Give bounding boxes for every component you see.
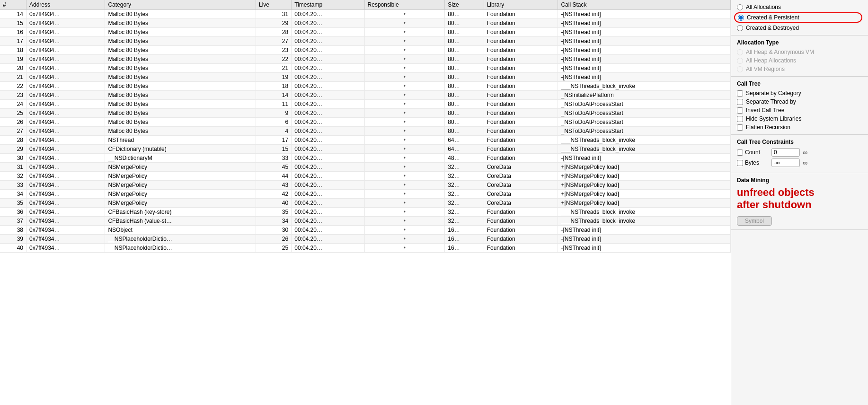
cell-timestamp: 00:04.20… xyxy=(292,118,364,127)
cell-responsible: • xyxy=(364,136,445,145)
cell-num: 33 xyxy=(0,181,27,190)
cell-timestamp: 00:04.20… xyxy=(292,127,364,136)
cell-live: 19 xyxy=(256,73,292,82)
col-category[interactable]: Category xyxy=(105,0,256,10)
cell-live: 31 xyxy=(256,10,292,19)
ct-invert[interactable]: Invert Call Tree xyxy=(737,107,862,114)
col-size[interactable]: Size xyxy=(445,0,484,10)
col-num[interactable]: # xyxy=(0,0,27,10)
table-row[interactable]: 17 0x7ff4934… Malloc 80 Bytes 27 00:04.2… xyxy=(0,37,731,46)
table-row[interactable]: 32 0x7ff4934… NSMergePolicy 44 00:04.20…… xyxy=(0,172,731,181)
ct-hide-system[interactable]: Hide System Libraries xyxy=(737,115,862,122)
cell-timestamp: 00:04.20… xyxy=(292,10,364,19)
bytes-min-input[interactable] xyxy=(771,158,800,167)
cell-num: 34 xyxy=(0,190,27,199)
filter-all-allocations[interactable]: All Allocations xyxy=(737,4,862,10)
cell-responsible: • xyxy=(364,28,445,37)
cell-size: 16… xyxy=(445,226,484,235)
table-row[interactable]: 34 0x7ff4934… NSMergePolicy 42 00:04.20…… xyxy=(0,190,731,199)
cell-responsible: • xyxy=(364,181,445,190)
cell-library: Foundation xyxy=(484,244,558,253)
table-row[interactable]: 27 0x7ff4934… Malloc 80 Bytes 4 00:04.20… xyxy=(0,127,731,136)
cell-address: 0x7ff4934… xyxy=(27,235,105,244)
cell-num: 37 xyxy=(0,217,27,226)
col-timestamp[interactable]: Timestamp xyxy=(292,0,364,10)
filter-created-persistent[interactable]: Created & Persistent xyxy=(734,12,862,23)
cell-library: Foundation xyxy=(484,64,558,73)
cell-library: Foundation xyxy=(484,46,558,55)
cell-live: 11 xyxy=(256,100,292,109)
cell-size: 80… xyxy=(445,10,484,19)
table-row[interactable]: 25 0x7ff4934… Malloc 80 Bytes 9 00:04.20… xyxy=(0,109,731,118)
cell-responsible: • xyxy=(364,10,445,19)
table-row[interactable]: 26 0x7ff4934… Malloc 80 Bytes 6 00:04.20… xyxy=(0,118,731,127)
cell-library: Foundation xyxy=(484,73,558,82)
table-row[interactable]: 37 0x7ff4934… CFBasicHash (value-st… 34 … xyxy=(0,217,731,226)
cell-category: Malloc 80 Bytes xyxy=(105,55,256,64)
cell-live: 43 xyxy=(256,181,292,190)
col-live[interactable]: Live xyxy=(256,0,292,10)
table-row[interactable]: 14 0x7ff4934… Malloc 80 Bytes 31 00:04.2… xyxy=(0,10,731,19)
table-row[interactable]: 29 0x7ff4934… CFDictionary (mutable) 15 … xyxy=(0,145,731,154)
count-min-input[interactable] xyxy=(771,148,800,157)
col-responsible[interactable]: Responsible xyxy=(364,0,445,10)
cell-address: 0x7ff4934… xyxy=(27,226,105,235)
ct-separate-thread[interactable]: Separate Thread by xyxy=(737,98,862,105)
table-row[interactable]: 21 0x7ff4934… Malloc 80 Bytes 19 00:04.2… xyxy=(0,73,731,82)
bytes-checkbox[interactable] xyxy=(737,160,743,166)
col-library[interactable]: Library xyxy=(484,0,558,10)
cell-library: Foundation xyxy=(484,82,558,91)
table-row[interactable]: 38 0x7ff4934… NSObject 30 00:04.20… • 16… xyxy=(0,226,731,235)
table-row[interactable]: 19 0x7ff4934… Malloc 80 Bytes 22 00:04.2… xyxy=(0,55,731,64)
table-row[interactable]: 36 0x7ff4934… CFBasicHash (key-store) 35… xyxy=(0,208,731,217)
cell-num: 39 xyxy=(0,235,27,244)
table-row[interactable]: 23 0x7ff4934… Malloc 80 Bytes 14 00:04.2… xyxy=(0,91,731,100)
col-address[interactable]: Address xyxy=(27,0,105,10)
table-row[interactable]: 33 0x7ff4934… NSMergePolicy 43 00:04.20…… xyxy=(0,181,731,190)
cell-callstack: -[NSThread init] xyxy=(558,73,731,82)
table-row[interactable]: 40 0x7ff4934… __NSPlaceholderDictio… 25 … xyxy=(0,244,731,253)
table-row[interactable]: 20 0x7ff4934… Malloc 80 Bytes 21 00:04.2… xyxy=(0,64,731,73)
cell-responsible: • xyxy=(364,145,445,154)
alloc-all-heap-anon[interactable]: All Heap & Anonymous VM xyxy=(737,49,862,55)
cell-size: 80… xyxy=(445,91,484,100)
ct-flatten[interactable]: Flatten Recursion xyxy=(737,124,862,131)
table-row[interactable]: 28 0x7ff4934… NSThread 17 00:04.20… • 64… xyxy=(0,136,731,145)
cell-responsible: • xyxy=(364,163,445,172)
table-row[interactable]: 35 0x7ff4934… NSMergePolicy 40 00:04.20…… xyxy=(0,199,731,208)
cell-live: 23 xyxy=(256,46,292,55)
table-row[interactable]: 18 0x7ff4934… Malloc 80 Bytes 23 00:04.2… xyxy=(0,46,731,55)
cell-library: Foundation xyxy=(484,55,558,64)
ct-separate-thread-label: Separate Thread by xyxy=(746,98,796,105)
count-checkbox[interactable] xyxy=(737,150,743,156)
cell-size: 32… xyxy=(445,172,484,181)
data-mining-annotation: unfreed objectsafter shutdown xyxy=(737,186,862,211)
cell-address: 0x7ff4934… xyxy=(27,91,105,100)
cell-callstack: -[NSThread init] xyxy=(558,28,731,37)
cell-size: 16… xyxy=(445,244,484,253)
symbol-button[interactable]: Symbol xyxy=(737,216,772,226)
alloc-all-heap[interactable]: All Heap Allocations xyxy=(737,57,862,64)
cell-address: 0x7ff4934… xyxy=(27,19,105,28)
table-row[interactable]: 24 0x7ff4934… Malloc 80 Bytes 11 00:04.2… xyxy=(0,100,731,109)
table-row[interactable]: 15 0x7ff4934… Malloc 80 Bytes 29 00:04.2… xyxy=(0,19,731,28)
count-label: Count xyxy=(745,149,770,156)
cell-num: 28 xyxy=(0,136,27,145)
cell-callstack: -[NSThread init] xyxy=(558,19,731,28)
table-row[interactable]: 30 0x7ff4934… __NSDictionaryM 33 00:04.2… xyxy=(0,154,731,163)
table-row[interactable]: 31 0x7ff4934… NSMergePolicy 45 00:04.20…… xyxy=(0,163,731,172)
ct-separate-category[interactable]: Separate by Category xyxy=(737,90,862,97)
cell-address: 0x7ff4934… xyxy=(27,181,105,190)
cell-size: 32… xyxy=(445,199,484,208)
allocation-table-container[interactable]: # Address Category Live Timestamp Respon… xyxy=(0,0,731,405)
table-row[interactable]: 39 0x7ff4934… __NSPlaceholderDictio… 26 … xyxy=(0,235,731,244)
filter-created-destroyed[interactable]: Created & Destroyed xyxy=(737,25,862,31)
cell-category: Malloc 80 Bytes xyxy=(105,64,256,73)
table-row[interactable]: 22 0x7ff4934… Malloc 80 Bytes 18 00:04.2… xyxy=(0,82,731,91)
cell-num: 36 xyxy=(0,208,27,217)
table-row[interactable]: 16 0x7ff4934… Malloc 80 Bytes 28 00:04.2… xyxy=(0,28,731,37)
alloc-all-vm[interactable]: All VM Regions xyxy=(737,66,862,72)
constraints-title: Call Tree Constraints xyxy=(737,139,862,145)
col-callstack[interactable]: Call Stack xyxy=(558,0,731,10)
cell-category: CFBasicHash (value-st… xyxy=(105,217,256,226)
